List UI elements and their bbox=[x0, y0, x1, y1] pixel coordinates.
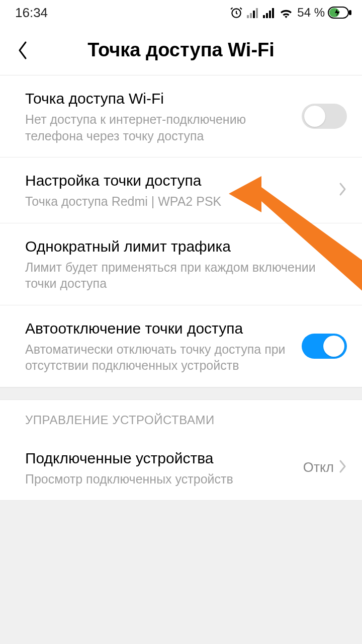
limit-title: Однократный лимит трафика bbox=[25, 236, 329, 256]
alarm-icon bbox=[230, 6, 243, 19]
section-divider bbox=[0, 387, 362, 400]
chevron-right-icon bbox=[339, 256, 347, 272]
connected-devices-row[interactable]: Подключенные устройства Просмотр подключ… bbox=[0, 435, 362, 501]
autooff-subtitle: Автоматически отключать точку доступа пр… bbox=[25, 341, 292, 374]
svg-rect-8 bbox=[272, 8, 274, 18]
hotspot-setup-row[interactable]: Настройка точки доступа Точка доступа Re… bbox=[0, 157, 362, 223]
item-texts: Настройка точки доступа Точка доступа Re… bbox=[25, 171, 339, 210]
chevron-left-icon bbox=[16, 40, 29, 60]
svg-rect-4 bbox=[256, 8, 258, 18]
back-button[interactable] bbox=[10, 38, 35, 63]
svg-rect-11 bbox=[349, 10, 351, 15]
battery-text: 54 % bbox=[297, 6, 325, 20]
signal-icon-1 bbox=[247, 7, 259, 18]
signal-icon-2 bbox=[263, 7, 275, 18]
status-bar: 16:34 54 % bbox=[0, 0, 362, 25]
item-texts: Подключенные устройства Просмотр подключ… bbox=[25, 448, 303, 488]
status-right: 54 % bbox=[230, 6, 352, 20]
setup-subtitle: Точка доступа Redmi | WPA2 PSK bbox=[25, 193, 329, 210]
status-time: 16:34 bbox=[15, 5, 48, 21]
toggle-knob bbox=[304, 106, 325, 127]
section-header-devices: УПРАВЛЕНИЕ УСТРОЙСТВАМИ bbox=[0, 400, 362, 435]
hotspot-toggle[interactable] bbox=[302, 104, 347, 129]
wifi-icon bbox=[279, 7, 293, 18]
hotspot-subtitle: Нет доступа к интернет-подключению телеф… bbox=[25, 111, 292, 144]
battery-indicator: 54 % bbox=[297, 6, 352, 20]
setup-title: Настройка точки доступа bbox=[25, 171, 329, 190]
battery-icon bbox=[328, 7, 352, 19]
chevron-right-icon bbox=[339, 459, 347, 475]
svg-rect-5 bbox=[263, 15, 265, 18]
hotspot-toggle-row[interactable]: Точка доступа Wi-Fi Нет доступа к интерн… bbox=[0, 75, 362, 157]
header: Точка доступа Wi-Fi bbox=[0, 25, 362, 75]
traffic-limit-row[interactable]: Однократный лимит трафика Лимит будет пр… bbox=[0, 223, 362, 305]
devices-subtitle: Просмотр подключенных устройств bbox=[25, 471, 293, 488]
hotspot-title: Точка доступа Wi-Fi bbox=[25, 89, 292, 108]
auto-off-row[interactable]: Автоотключение точки доступа Автоматичес… bbox=[0, 305, 362, 387]
settings-list: Точка доступа Wi-Fi Нет доступа к интерн… bbox=[0, 75, 362, 387]
devices-value: Откл bbox=[303, 460, 334, 475]
limit-subtitle: Лимит будет применяться при каждом включ… bbox=[25, 259, 329, 292]
page-title: Точка доступа Wi-Fi bbox=[35, 39, 327, 61]
item-texts: Однократный лимит трафика Лимит будет пр… bbox=[25, 236, 339, 292]
svg-rect-6 bbox=[266, 13, 268, 18]
autooff-title: Автоотключение точки доступа bbox=[25, 318, 292, 338]
item-texts: Автоотключение точки доступа Автоматичес… bbox=[25, 318, 302, 374]
svg-rect-2 bbox=[250, 13, 252, 18]
item-texts: Точка доступа Wi-Fi Нет доступа к интерн… bbox=[25, 89, 302, 144]
toggle-knob bbox=[323, 336, 344, 357]
svg-rect-3 bbox=[253, 11, 255, 18]
chevron-right-icon bbox=[339, 182, 347, 198]
svg-rect-7 bbox=[269, 11, 271, 18]
autooff-toggle[interactable] bbox=[302, 334, 347, 359]
devices-title: Подключенные устройства bbox=[25, 448, 293, 468]
svg-rect-1 bbox=[247, 15, 249, 18]
devices-list: Подключенные устройства Просмотр подключ… bbox=[0, 435, 362, 501]
